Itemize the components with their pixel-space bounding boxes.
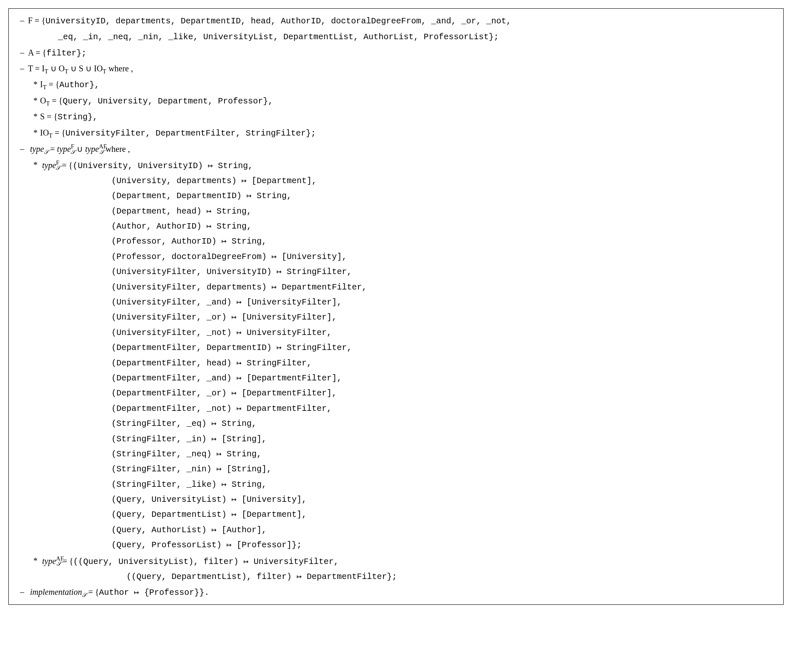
typeF-4: (Author, AuthorID) ↦ String, — [16, 219, 776, 234]
T-part3: ∪ S ∪ IO — [68, 64, 103, 73]
typeF-16: (DepartmentFilter, _not) ↦ DepartmentFil… — [16, 401, 776, 416]
impl-content: Author ↦ {Professor}}. — [99, 588, 209, 597]
typeF-9: (UniversityFilter, _and) ↦ [UniversityFi… — [16, 295, 776, 310]
sub-T-2: T — [65, 68, 68, 75]
T-part2: ∪ O — [48, 64, 65, 73]
OT-eq: = { — [50, 96, 63, 105]
typeF-22: (Query, UniversityList) ↦ [University], — [16, 492, 776, 507]
OT-content: Query, University, Department, Professor… — [63, 96, 273, 106]
IT-content: Author}, — [59, 80, 99, 90]
definition-box: –F = {UniversityID, departments, Departm… — [8, 8, 784, 605]
type-eq: = — [48, 144, 57, 154]
T-part1: T = I — [28, 64, 45, 73]
line-typeAF-head: * typeAF𝒮 = {((Query, UniversityList), f… — [16, 553, 776, 569]
line-IOT: *IOT = {UniversityFilter, DepartmentFilt… — [16, 125, 776, 141]
typeF-17: (StringFilter, _eq) ↦ String, — [16, 416, 776, 431]
typeF-14: (DepartmentFilter, _and) ↦ [DepartmentFi… — [16, 371, 776, 386]
sub-T-1: T — [45, 68, 48, 75]
typeF-21: (StringFilter, _like) ↦ String, — [16, 477, 776, 492]
IOT-IO: IO — [40, 128, 49, 137]
impl-sub: 𝒮 — [82, 591, 86, 598]
typeAF-1: ((Query, DepartmentList), filter) ↦ Depa… — [16, 569, 776, 584]
typeF-10: (UniversityFilter, _or) ↦ [UniversityFil… — [16, 310, 776, 325]
typeF-15: (DepartmentFilter, _or) ↦ [DepartmentFil… — [16, 386, 776, 401]
S-content: String}, — [58, 112, 98, 122]
typeF-8: (UniversityFilter, departments) ↦ Depart… — [16, 280, 776, 295]
OT-O: O — [40, 96, 46, 105]
OT-sub: T — [46, 100, 50, 107]
A-equals: A = { — [28, 48, 46, 57]
typeF-1: (University, departments) ↦ [Department]… — [16, 174, 776, 189]
typeF-24: (Query, AuthorList) ↦ [Author], — [16, 523, 776, 538]
typeF-3: (Department, head) ↦ String, — [16, 204, 776, 219]
S-eq: S = { — [40, 112, 58, 121]
typeF-0: (University, UniversityID) ↦ String, — [73, 161, 253, 170]
typeF-eq: = { — [60, 160, 73, 169]
impl-word: implementation — [30, 587, 82, 596]
typeF-18: (StringFilter, _in) ↦ [String], — [16, 432, 776, 447]
typeF-5: (Professor, AuthorID) ↦ String, — [16, 234, 776, 249]
typeF-sub: 𝒮 — [55, 164, 60, 171]
F-equals: F = { — [28, 16, 45, 25]
impl-eq: = { — [86, 587, 99, 596]
line-F: –F = {UniversityID, departments, Departm… — [16, 13, 776, 29]
type-word-1: type — [30, 144, 44, 154]
typeF-20: (StringFilter, _nin) ↦ [String], — [16, 462, 776, 477]
F-content-1: UniversityID, departments, DepartmentID,… — [45, 16, 511, 26]
type-sub-3: 𝒮 — [99, 148, 103, 155]
type-sub-2: 𝒮 — [71, 148, 75, 155]
typeAF-sub: 𝒮 — [56, 560, 61, 567]
A-content: filter}; — [46, 48, 86, 58]
line-S: *S = {String}, — [16, 109, 776, 125]
typeAF-eq: = { — [61, 556, 73, 565]
type-word-2: type — [57, 144, 71, 154]
type-sub-1: 𝒮 — [44, 148, 48, 155]
typeAF-word: type — [42, 556, 56, 565]
typeF-11: (UniversityFilter, _not) ↦ UniversityFil… — [16, 325, 776, 340]
typeF-2: (Department, DepartmentID) ↦ String, — [16, 189, 776, 204]
type-word-3: type — [85, 144, 99, 154]
line-A: –A = {filter}; — [16, 45, 776, 61]
IOT-content: UniversityFilter, DepartmentFilter, Stri… — [66, 128, 316, 138]
typeF-12: (DepartmentFilter, DepartmentID) ↦ Strin… — [16, 340, 776, 355]
typeF-19: (StringFilter, _neq) ↦ String, — [16, 447, 776, 462]
line-typeF-head: * typeF𝒮 = {(University, UniversityID) ↦… — [16, 157, 776, 174]
typeF-13: (DepartmentFilter, head) ↦ StringFilter, — [16, 356, 776, 371]
type-where: where , — [103, 144, 130, 154]
typeF-25: (Query, ProfessorList) ↦ [Professor]}; — [16, 538, 776, 553]
IOT-eq: = { — [53, 128, 66, 137]
typeAF-0: ((Query, UniversityList), filter) ↦ Univ… — [73, 556, 339, 566]
IT-eq: = { — [46, 80, 59, 89]
typeF-6: (Professor, doctoralDegreeFrom) ↦ [Unive… — [16, 249, 776, 264]
typeF-23: (Query, DepartmentList) ↦ [Department], — [16, 507, 776, 522]
line-OT: *OT = {Query, University, Department, Pr… — [16, 93, 776, 109]
T-where: where , — [106, 64, 133, 73]
line-T: –T = IT ∪ OT ∪ S ∪ IOT where , — [16, 61, 776, 77]
line-F-cont: _eq, _in, _neq, _nin, _like, UniversityL… — [16, 29, 776, 45]
sub-T-3: T — [103, 68, 106, 75]
type-union: ∪ — [75, 144, 85, 154]
line-IT: *IT = {Author}, — [16, 77, 776, 93]
typeF-7: (UniversityFilter, UniversityID) ↦ Strin… — [16, 264, 776, 279]
F-content-2: _eq, _in, _neq, _nin, _like, UniversityL… — [58, 32, 499, 42]
IOT-sub: T — [49, 132, 53, 139]
line-typeS: – type𝒮 = typeF𝒮 ∪ typeAF𝒮 where , — [16, 141, 776, 157]
IT-I: I — [40, 80, 43, 89]
line-implementation: – implementation𝒮 = {Author ↦ {Professor… — [16, 584, 776, 600]
typeF-word: type — [42, 160, 56, 169]
